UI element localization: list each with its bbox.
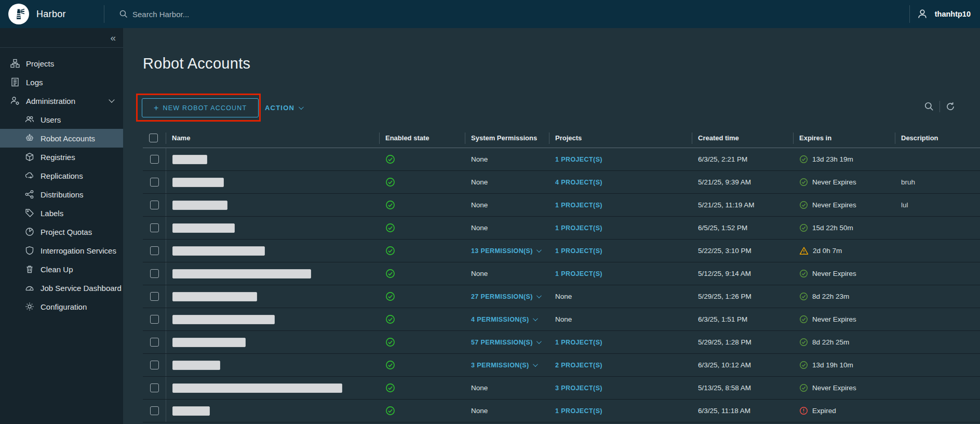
sidebar-item-labels[interactable]: Labels [0,204,123,222]
sidebar-item-projects[interactable]: Projects [0,54,123,73]
search-icon [119,9,128,19]
projects-link[interactable]: None [555,315,572,323]
row-checkbox[interactable] [150,361,159,369]
enabled-state-cell [379,377,465,399]
users-icon [25,115,34,124]
search-input[interactable] [132,10,351,19]
projects-link[interactable]: 1 PROJECT(S) [555,407,602,415]
permissions-value[interactable]: 4 PERMISSION(S) [471,316,536,323]
table-row[interactable]: 57 PERMISSION(S) 1 PROJECT(S) 5/29/25, 1… [143,331,980,354]
enabled-state-cell [379,331,465,353]
interrogation-services-icon [25,246,34,255]
column-header-projects[interactable]: Projects [549,128,692,148]
row-checkbox[interactable] [150,246,159,255]
table-row[interactable]: 27 PERMISSION(S) None 5/29/25, 1:26 PM 8… [143,285,980,308]
permissions-value[interactable]: None [471,407,488,415]
projects-link[interactable]: 1 PROJECT(S) [555,224,602,232]
projects-link[interactable]: 1 PROJECT(S) [555,202,602,209]
column-header-created[interactable]: Created time [692,128,793,148]
sidebar-collapse-icon[interactable]: « [110,33,116,43]
sidebar-item-label: Projects [26,59,54,68]
permissions-value[interactable]: 3 PERMISSION(S) [471,362,536,369]
sidebar-item-clean-up[interactable]: Clean Up [0,260,123,279]
enabled-check-icon [385,314,395,324]
created-time: 5/21/25, 11:19 AM [692,194,793,216]
table-row[interactable]: None 4 PROJECT(S) 5/21/25, 9:39 AM Never… [143,171,980,194]
action-dropdown-button[interactable]: ACTION [265,98,302,117]
sidebar-item-distributions[interactable]: Distributions [0,185,123,204]
column-header-name[interactable]: Name [166,128,379,148]
select-all-checkbox[interactable] [149,134,158,142]
permissions-value[interactable]: None [471,201,488,209]
projects-link[interactable]: 2 PROJECT(S) [555,362,602,369]
projects-link[interactable]: 1 PROJECT(S) [555,247,602,255]
column-header-enabled[interactable]: Enabled state [379,128,465,148]
permissions-value[interactable]: None [471,270,488,277]
refresh-icon[interactable] [945,101,956,112]
table-search-icon[interactable] [924,101,934,112]
projects-link[interactable]: 1 PROJECT(S) [555,339,602,346]
row-checkbox[interactable] [150,383,159,392]
sidebar-item-project-quotas[interactable]: Project Quotas [0,222,123,241]
permissions-value[interactable]: 27 PERMISSION(S) [471,293,540,300]
row-checkbox[interactable] [150,201,159,209]
row-checkbox[interactable] [150,223,159,232]
permissions-value[interactable]: None [471,224,488,232]
new-robot-account-button[interactable]: + NEW ROBOT ACCOUNT [142,98,259,117]
permissions-text: None [471,384,488,392]
expires-cell: 2d 0h 7m [793,240,895,262]
projects-link[interactable]: 4 PROJECT(S) [555,179,602,186]
permissions-value[interactable]: 57 PERMISSION(S) [471,339,540,346]
brand-block[interactable]: Harbor [0,4,104,24]
sidebar: « Projects Logs [0,28,123,424]
sidebar-item-job-service-dashboard[interactable]: Job Service Dashboard [0,279,123,297]
projects-link[interactable]: 1 PROJECT(S) [555,270,602,277]
sidebar-item-robot-accounts[interactable]: Robot Accounts [0,129,123,148]
global-search[interactable] [119,9,909,19]
table-row[interactable]: None 1 PROJECT(S) 6/5/25, 1:52 PM 15d 22… [143,217,980,240]
created-time: 5/13/25, 8:58 AM [692,377,793,399]
sidebar-item-configuration[interactable]: Configuration [0,297,123,316]
permissions-value[interactable]: 13 PERMISSION(S) [471,247,540,255]
sidebar-item-registries[interactable]: Registries [0,148,123,166]
select-all-cell [143,128,166,148]
row-checkbox[interactable] [150,155,159,164]
projects-link[interactable]: 3 PROJECT(S) [555,385,602,392]
table-row[interactable]: 13 PERMISSION(S) 1 PROJECT(S) 5/22/25, 3… [143,240,980,262]
table-row[interactable]: 3 PERMISSION(S) 2 PROJECT(S) 6/3/25, 10:… [143,354,980,377]
table-row[interactable]: 4 PERMISSION(S) None 6/3/25, 1:51 PM Nev… [143,308,980,331]
sidebar-item-label: Registries [41,153,75,162]
username-menu[interactable]: thanhtp10 [935,10,971,18]
projects-link[interactable]: 1 PROJECT(S) [555,156,602,163]
row-checkbox[interactable] [150,338,159,347]
sidebar-item-administration[interactable]: Administration [0,91,123,110]
column-header-expires[interactable]: Expires in [793,128,895,148]
column-header-permissions[interactable]: System Permissions [465,128,549,148]
table-row[interactable]: None 1 PROJECT(S) 5/21/25, 11:19 AM Neve… [143,194,980,217]
column-header-description[interactable]: Description [895,128,980,148]
sidebar-item-interrogation-services[interactable]: Interrogation Services [0,241,123,260]
permissions-value[interactable]: None [471,384,488,392]
projects-link[interactable]: None [555,293,572,300]
administration-icon [10,96,20,105]
table-row[interactable]: None 1 PROJECT(S) 6/3/25, 11:18 AM Expir… [143,400,980,422]
permissions-value[interactable]: None [471,178,488,186]
row-checkbox[interactable] [150,269,159,278]
table-row[interactable]: None 3 PROJECT(S) 5/13/25, 8:58 AM Never… [143,377,980,400]
sidebar-item-replications[interactable]: Replications [0,166,123,185]
table-row[interactable]: None 1 PROJECT(S) 6/3/25, 2:21 PM 13d 23… [143,148,980,171]
sidebar-item-logs[interactable]: Logs [0,73,123,91]
expires-cell: Never Expires [793,262,895,285]
name-redacted-block [172,292,257,301]
sidebar-item-label: Replications [41,171,83,180]
permissions-value[interactable]: None [471,155,488,163]
enabled-state-cell [379,308,465,330]
row-checkbox[interactable] [150,292,159,301]
sidebar-item-label: Interrogation Services [41,246,116,255]
sidebar-item-users[interactable]: Users [0,110,123,129]
row-checkbox[interactable] [150,406,159,415]
description-text: bruh [895,171,980,193]
row-checkbox[interactable] [150,315,159,324]
table-row[interactable]: None 1 PROJECT(S) 5/12/25, 9:14 AM Never… [143,262,980,285]
row-checkbox[interactable] [150,178,159,187]
